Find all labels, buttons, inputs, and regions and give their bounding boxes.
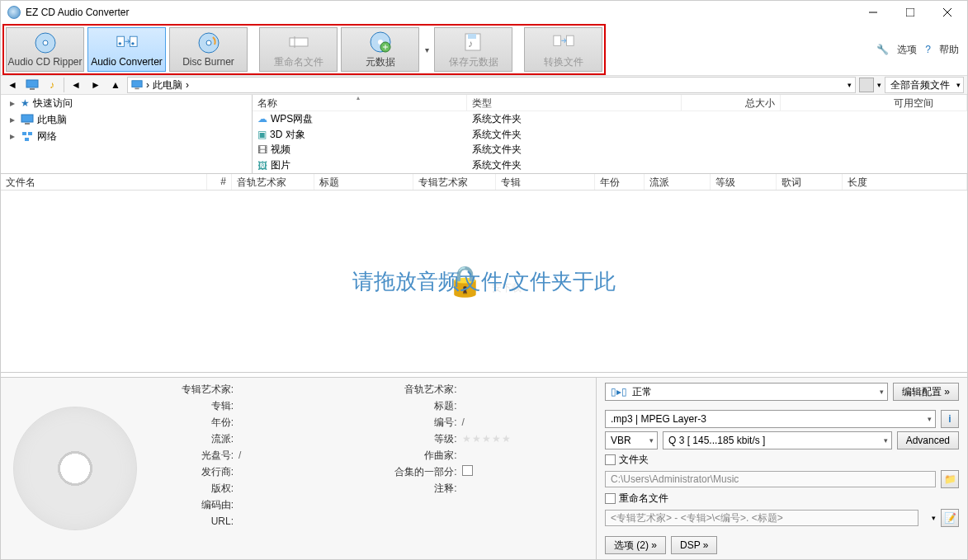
lbl-url: URL: bbox=[156, 515, 238, 527]
rename-files-button[interactable]: 重命名文件 bbox=[259, 27, 338, 72]
save-metadata-label: 保存元数据 bbox=[449, 55, 498, 69]
convert-files-button[interactable]: 转换文件 bbox=[524, 27, 602, 72]
nav-monitor-icon[interactable] bbox=[24, 77, 40, 93]
th-rating[interactable]: 等级 bbox=[711, 174, 777, 190]
tree-this-pc[interactable]: ▸此电脑 bbox=[1, 111, 252, 128]
tree-quick-access-label: 快速访问 bbox=[33, 96, 73, 111]
breadcrumb-dropdown-icon[interactable]: ▾ bbox=[848, 81, 852, 89]
view-dropdown-icon[interactable]: ▾ bbox=[877, 81, 881, 89]
svg-rect-21 bbox=[566, 35, 574, 45]
output-folder-checkbox[interactable] bbox=[605, 454, 616, 465]
nav-next-button[interactable]: ► bbox=[87, 77, 104, 93]
lbl-year: 年份: bbox=[156, 416, 238, 430]
advanced-button[interactable]: Advanced bbox=[897, 431, 959, 449]
svg-rect-20 bbox=[553, 35, 560, 45]
profile-dropdown[interactable]: ▯▸▯ 正常 bbox=[605, 383, 888, 401]
view-mode-button[interactable] bbox=[859, 78, 874, 92]
drop-hint: 请拖放音频文件/文件夹于此 bbox=[352, 267, 616, 296]
lbl-album-artist: 专辑艺术家: bbox=[156, 383, 238, 397]
tree-this-pc-label: 此电脑 bbox=[37, 113, 67, 127]
options-button[interactable]: 选项 (2) » bbox=[605, 536, 666, 554]
th-length[interactable]: 长度 bbox=[843, 174, 967, 190]
breadcrumb-sep: › bbox=[146, 79, 149, 91]
meta-col-left: 专辑艺术家: 专辑: 年份: 流派: 光盘号:/ 发行商: 版权: 编码由: U… bbox=[149, 378, 373, 559]
val-compilation[interactable] bbox=[462, 465, 590, 478]
col-free[interactable]: 可用空间 bbox=[781, 95, 967, 111]
rename-edit-button[interactable]: 📝 bbox=[941, 509, 959, 527]
output-folder-input[interactable]: C:\Users\Administrator\Music bbox=[605, 471, 936, 487]
disc-burner-button[interactable]: Disc Burner bbox=[169, 27, 248, 72]
list-item[interactable]: ▣3D 对象系统文件夹 bbox=[253, 127, 967, 143]
dsp-button[interactable]: DSP » bbox=[671, 536, 717, 554]
col-type[interactable]: 类型 bbox=[467, 95, 682, 111]
nav-music-icon[interactable]: ♪ bbox=[44, 77, 60, 93]
tree-network[interactable]: ▸网络 bbox=[1, 128, 252, 144]
tree-quick-access[interactable]: ▸★快速访问 bbox=[1, 95, 252, 111]
col-name[interactable]: 名称▴ bbox=[253, 95, 467, 111]
th-track-artist[interactable]: 音轨艺术家 bbox=[232, 174, 314, 190]
audio-cd-ripper-button[interactable]: Audio CD Ripper bbox=[6, 27, 84, 72]
svg-rect-24 bbox=[132, 81, 142, 87]
save-metadata-button[interactable]: ♪ 保存元数据 bbox=[434, 27, 512, 72]
metadata-icon bbox=[369, 31, 392, 54]
format-dropdown[interactable]: .mp3 | MPEG Layer-3 bbox=[605, 410, 936, 428]
top-right-tools: 🔧 选项 ? 帮助 bbox=[876, 43, 967, 57]
maximize-button[interactable] bbox=[891, 1, 928, 24]
val-disc-no[interactable]: / bbox=[238, 449, 366, 461]
th-genre[interactable]: 流派 bbox=[645, 174, 711, 190]
nav-prev-button[interactable]: ◄ bbox=[68, 77, 84, 93]
svg-rect-22 bbox=[26, 80, 38, 87]
bitrate-mode-dropdown[interactable]: VBR bbox=[605, 431, 658, 449]
rename-checkbox[interactable] bbox=[605, 493, 616, 504]
list-item[interactable]: ☁WPS网盘系统文件夹 bbox=[253, 111, 967, 127]
list-item[interactable]: 🎞视频系统文件夹 bbox=[253, 143, 967, 158]
options-link[interactable]: 选项 bbox=[897, 43, 917, 57]
lbl-copyright: 版权: bbox=[156, 482, 238, 496]
th-album[interactable]: 专辑 bbox=[496, 174, 595, 190]
th-lyrics[interactable]: 歌词 bbox=[777, 174, 843, 190]
th-title[interactable]: 标题 bbox=[314, 174, 413, 190]
lbl-genre: 流派: bbox=[156, 432, 238, 446]
th-filename[interactable]: 文件名 bbox=[1, 174, 207, 190]
convert-files-label: 转换文件 bbox=[544, 55, 583, 69]
edit-config-button[interactable]: 编辑配置 » bbox=[893, 383, 959, 401]
cover-art[interactable] bbox=[1, 378, 149, 559]
app-icon bbox=[7, 6, 21, 19]
th-year[interactable]: 年份 bbox=[595, 174, 645, 190]
rename-dropdown-icon[interactable]: ▾ bbox=[932, 514, 936, 522]
metadata-button[interactable]: 元数据 bbox=[341, 27, 419, 72]
cloud-icon: ☁ bbox=[257, 113, 267, 125]
compilation-checkbox[interactable] bbox=[462, 465, 473, 476]
convert-icon bbox=[116, 31, 139, 54]
cd-icon bbox=[34, 31, 57, 54]
th-album-artist[interactable]: 专辑艺术家 bbox=[413, 174, 496, 190]
nav-up-button[interactable]: ▲ bbox=[107, 77, 124, 93]
breadcrumb[interactable]: › 此电脑 › ▾ bbox=[127, 77, 856, 93]
val-rating[interactable]: ★★★★★ bbox=[462, 433, 590, 445]
audio-converter-button[interactable]: Audio Converter bbox=[87, 27, 166, 72]
disc-burner-label: Disc Burner bbox=[182, 56, 234, 68]
format-info-button[interactable]: i bbox=[941, 410, 959, 428]
breadcrumb-location: 此电脑 bbox=[153, 78, 182, 92]
nav-back-button[interactable]: ◄ bbox=[4, 77, 21, 93]
th-num[interactable]: # bbox=[207, 174, 232, 190]
help-link[interactable]: 帮助 bbox=[939, 43, 959, 57]
folder-tree[interactable]: ▸★快速访问 ▸此电脑 ▸网络 bbox=[1, 95, 253, 173]
rename-template-input[interactable]: <专辑艺术家> - <专辑>\<编号>. <标题> bbox=[605, 510, 918, 526]
svg-rect-7 bbox=[130, 36, 137, 46]
file-filter-dropdown[interactable]: 全部音频文件 bbox=[885, 77, 964, 93]
list-item[interactable]: 🖼图片系统文件夹 bbox=[253, 158, 967, 173]
close-button[interactable] bbox=[928, 1, 966, 24]
minimize-button[interactable] bbox=[854, 1, 891, 24]
svg-rect-30 bbox=[25, 138, 29, 141]
val-track-no[interactable]: / bbox=[462, 416, 590, 428]
quality-dropdown[interactable]: Q 3 [ 145...185 kbit/s ] bbox=[663, 431, 892, 449]
convert-files-icon bbox=[552, 31, 575, 54]
nav-bar: ◄ ♪ ◄ ► ▲ › 此电脑 › ▾ ▾ 全部音频文件 bbox=[1, 75, 967, 95]
file-list[interactable]: 名称▴ 类型 总大小 可用空间 ☁WPS网盘系统文件夹 ▣3D 对象系统文件夹 … bbox=[253, 95, 967, 173]
browse-folder-button[interactable]: 📁 bbox=[941, 470, 959, 488]
drop-area[interactable]: 🔒 安下载 请拖放音频文件/文件夹于此 bbox=[1, 191, 967, 372]
metadata-dropdown[interactable] bbox=[423, 45, 431, 54]
col-size[interactable]: 总大小 bbox=[682, 95, 781, 111]
lbl-composer: 作曲家: bbox=[380, 449, 462, 463]
